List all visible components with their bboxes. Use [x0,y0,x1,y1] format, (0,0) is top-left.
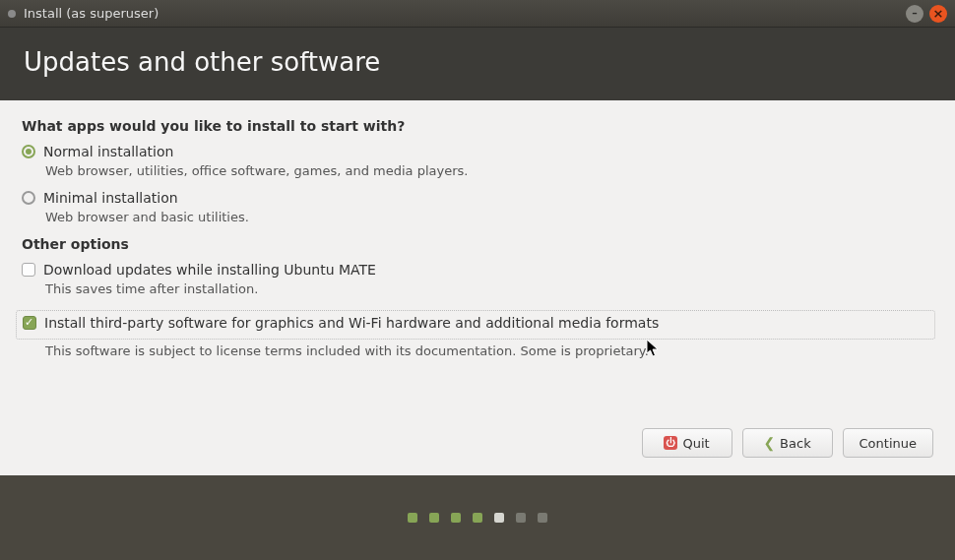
pager-step-2[interactable] [429,513,439,523]
thirdparty-desc: This software is subject to license term… [45,343,933,358]
continue-button[interactable]: Continue [843,428,933,458]
radio-icon [22,145,35,158]
normal-installation-desc: Web browser, utilities, office software,… [45,163,933,178]
arrow-left-icon: ❮ [763,436,775,450]
checkbox-icon [23,316,36,330]
titlebar-app-icon [8,10,16,18]
install-question: What apps would you like to install to s… [22,118,933,134]
pager-step-6[interactable] [516,513,526,523]
back-button[interactable]: ❮ Back [742,428,833,458]
button-label: Quit [682,436,709,451]
checkbox-label: Install third-party software for graphic… [44,315,659,331]
button-row: Quit ❮ Back Continue [0,428,955,475]
page-title: Updates and other software [24,47,380,77]
window-title: Install (as superuser) [24,6,900,21]
checkbox-download-updates-block: Download updates while installing Ubuntu… [22,262,933,278]
other-options-heading: Other options [22,236,933,252]
button-label: Back [780,436,811,451]
radio-minimal-installation[interactable]: Minimal installation [22,190,933,206]
download-updates-desc: This saves time after installation. [45,281,933,296]
checkbox-icon [22,263,35,277]
radio-label: Minimal installation [43,190,178,206]
pager-step-5[interactable] [494,513,504,523]
installer-window: Install (as superuser) Updates and other… [0,0,955,560]
power-icon [664,436,677,450]
minimal-installation-desc: Web browser and basic utilities. [45,210,933,224]
radio-label: Normal installation [43,144,173,159]
pager-step-4[interactable] [473,513,482,523]
pager-step-7[interactable] [538,513,547,523]
pager-step-3[interactable] [451,513,461,523]
pager-step-1[interactable] [408,513,417,523]
minimize-button[interactable] [906,5,923,23]
quit-button[interactable]: Quit [642,428,732,458]
page-header: Updates and other software [0,28,955,100]
checkbox-thirdparty-block: Install third-party software for graphic… [16,310,935,340]
radio-normal-installation[interactable]: Normal installation [22,144,933,159]
checkbox-label: Download updates while installing Ubuntu… [43,262,376,278]
checkbox-thirdparty[interactable]: Install third-party software for graphic… [23,315,928,331]
titlebar: Install (as superuser) [0,0,955,28]
close-button[interactable] [929,5,947,23]
checkbox-download-updates[interactable]: Download updates while installing Ubuntu… [22,262,933,278]
content-area: What apps would you like to install to s… [0,100,955,428]
radio-icon [22,191,35,205]
button-label: Continue [860,436,917,451]
pager-footer [0,475,955,560]
